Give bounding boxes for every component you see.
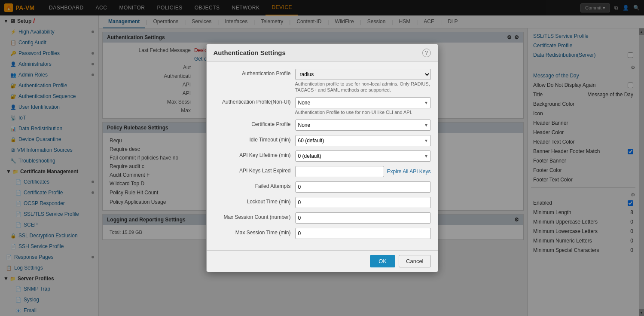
auth-non-ui-hint: Authentication Profile to use for non-UI… [295, 109, 431, 115]
modal-auth-profile-field: radius Authentication profile to use for… [295, 69, 431, 93]
modal-max-session-count-row: Max Session Count (number) [214, 212, 431, 224]
modal-idle-timeout-field: 60 (default) [295, 135, 431, 146]
modal-footer: OK Cancel [207, 250, 438, 272]
auth-settings-modal: Authentication Settings ? Authentication… [206, 44, 438, 273]
auth-non-ui-select[interactable]: None [295, 97, 431, 108]
api-keys-expired-input[interactable] [295, 166, 385, 177]
failed-attempts-input[interactable] [295, 181, 431, 193]
modal-overlay: Authentication Settings ? Authentication… [0, 0, 644, 316]
auth-profile-select-wrap: radius [295, 69, 431, 80]
modal-auth-non-ui-field: None Authentication Profile to use for n… [295, 97, 431, 115]
modal-header: Authentication Settings ? [207, 44, 438, 62]
max-session-count-input[interactable] [295, 212, 431, 224]
auth-profile-select[interactable]: radius [295, 69, 431, 80]
modal-lockout-time-field [295, 197, 431, 208]
modal-body: Authentication Profile radius Authentica… [207, 62, 438, 251]
modal-cert-profile-row: Certificate Profile None [214, 120, 431, 131]
modal-api-key-lifetime-row: API Key Lifetime (min) 0 (default) [214, 150, 431, 162]
modal-failed-attempts-row: Failed Attempts [214, 181, 431, 193]
modal-max-session-count-field [295, 212, 431, 224]
modal-api-key-lifetime-label: API Key Lifetime (min) [214, 150, 295, 158]
ok-button[interactable]: OK [370, 255, 395, 267]
modal-cert-profile-label: Certificate Profile [214, 120, 295, 127]
modal-auth-profile-label: Authentication Profile [214, 69, 295, 77]
expire-all-link[interactable]: Expire All API Keys [387, 169, 430, 175]
modal-auth-non-ui-label: Authentication Profile(Non-UI) [214, 97, 295, 105]
modal-auth-non-ui-row: Authentication Profile(Non-UI) None Auth… [214, 97, 431, 115]
modal-max-session-time-label: Max Session Time (min) [214, 228, 295, 236]
modal-max-session-time-field [295, 228, 431, 239]
modal-help-button[interactable]: ? [422, 49, 431, 57]
modal-auth-profile-row: Authentication Profile radius Authentica… [214, 69, 431, 93]
modal-title: Authentication Settings [214, 49, 286, 56]
modal-idle-timeout-row: Idle Timeout (min) 60 (default) [214, 135, 431, 146]
auth-profile-hint: Authentication profile to use for non-lo… [295, 81, 431, 93]
max-session-time-input[interactable] [295, 228, 431, 239]
lockout-time-input[interactable] [295, 197, 431, 208]
modal-lockout-time-label: Lockout Time (min) [214, 197, 295, 205]
modal-max-session-time-row: Max Session Time (min) [214, 228, 431, 239]
modal-failed-attempts-field [295, 181, 431, 193]
modal-api-keys-expired-label: API Keys Last Expired [214, 166, 295, 174]
idle-timeout-select[interactable]: 60 (default) [295, 135, 431, 146]
modal-idle-timeout-label: Idle Timeout (min) [214, 135, 295, 143]
cert-profile-select[interactable]: None [295, 120, 431, 131]
auth-non-ui-select-wrap: None [295, 97, 431, 108]
modal-failed-attempts-label: Failed Attempts [214, 181, 295, 189]
modal-api-key-lifetime-field: 0 (default) [295, 150, 431, 162]
api-key-lifetime-select-wrap: 0 (default) [295, 150, 431, 162]
cancel-button[interactable]: Cancel [399, 255, 430, 267]
api-key-lifetime-select[interactable]: 0 (default) [295, 150, 431, 162]
idle-timeout-select-wrap: 60 (default) [295, 135, 431, 146]
cert-profile-select-wrap: None [295, 120, 431, 131]
modal-api-keys-expired-field: Expire All API Keys [295, 166, 431, 177]
modal-api-keys-expired-row: API Keys Last Expired Expire All API Key… [214, 166, 431, 177]
modal-max-session-count-label: Max Session Count (number) [214, 212, 295, 220]
modal-lockout-time-row: Lockout Time (min) [214, 197, 431, 208]
modal-cert-profile-field: None [295, 120, 431, 131]
